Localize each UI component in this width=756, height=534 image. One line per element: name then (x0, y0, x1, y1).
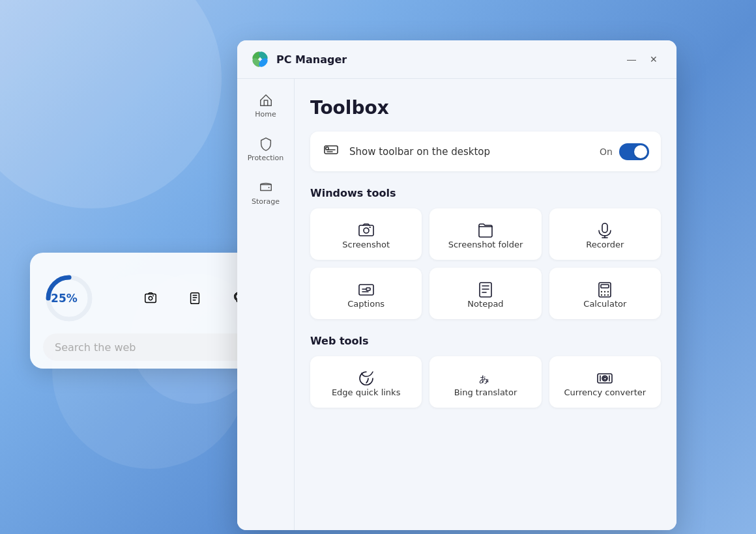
sidebar-protection-label: Protection (248, 154, 284, 162)
sidebar-item-home[interactable]: Home (242, 85, 289, 126)
svg-text:a: a (486, 376, 489, 384)
sidebar-storage-label: Storage (252, 197, 280, 206)
folder-icon (476, 221, 495, 240)
translator-icon: あ a (476, 369, 495, 387)
svg-rect-17 (326, 147, 328, 150)
tool-recorder-label: Recorder (586, 240, 624, 249)
tool-calculator[interactable]: Calculator (549, 268, 661, 319)
svg-rect-4 (191, 293, 199, 304)
tool-captions[interactable]: Captions (310, 268, 422, 319)
notepad-icon (476, 281, 495, 299)
tool-captions-label: Captions (347, 299, 385, 309)
tool-notepad[interactable]: Notepad (429, 268, 541, 319)
toggle-status: On (600, 147, 613, 157)
svg-rect-18 (359, 225, 373, 236)
tool-edge-label: Edge quick links (332, 387, 401, 397)
svg-point-33 (607, 291, 609, 292)
toolbar-notepad-btn[interactable] (182, 285, 208, 311)
tool-edge-quick-links[interactable]: Edge quick links (310, 356, 422, 408)
minimize-button[interactable]: — (622, 49, 641, 69)
close-button[interactable]: ✕ (644, 49, 663, 69)
tool-screenshot[interactable]: Screenshot (310, 208, 422, 260)
svg-rect-2 (145, 294, 156, 303)
currency-icon (596, 369, 614, 387)
tool-currency-converter[interactable]: Currency converter (549, 356, 661, 408)
main-area: Home Protection Storage Toolbox (237, 79, 676, 530)
web-tools-grid: Edge quick links あ a Bing translator (310, 356, 661, 408)
toolbar-toggle-icon (322, 141, 340, 162)
svg-point-3 (149, 296, 153, 300)
page-title: Toolbox (310, 97, 661, 119)
app-title: PC Manager (276, 53, 619, 66)
toolbar-screenshot-btn[interactable] (138, 285, 164, 311)
toggle-switch[interactable] (619, 143, 649, 160)
screenshot-icon (357, 221, 375, 240)
microphone-icon (596, 221, 614, 240)
svg-point-35 (604, 294, 605, 296)
home-icon (259, 93, 273, 107)
content-area: Toolbox Show toolbar on the desktop On W… (295, 79, 676, 530)
web-tools-title: Web tools (310, 335, 661, 347)
tool-screenshot-label: Screenshot (342, 240, 390, 249)
svg-point-32 (604, 291, 605, 292)
pc-manager-window: PC Manager — ✕ Home Protection (237, 40, 676, 530)
svg-rect-30 (601, 285, 609, 288)
windows-tools-title: Windows tools (310, 187, 661, 199)
progress-value: 25% (51, 292, 78, 305)
tool-calculator-label: Calculator (583, 299, 626, 309)
toolbar-toggle-row: Show toolbar on the desktop On (310, 132, 661, 171)
svg-rect-25 (480, 283, 491, 297)
tool-recorder[interactable]: Recorder (549, 208, 661, 260)
tool-translator-label: Bing translator (454, 387, 517, 397)
svg-point-34 (601, 294, 602, 296)
tool-screenshot-folder-label: Screenshot folder (448, 240, 523, 249)
windows-tools-grid: Screenshot Screenshot folder (310, 208, 661, 319)
svg-point-31 (601, 291, 602, 292)
sidebar-home-label: Home (255, 110, 276, 119)
title-bar: PC Manager — ✕ (237, 40, 676, 79)
tool-bing-translator[interactable]: あ a Bing translator (429, 356, 541, 408)
edge-icon (357, 369, 375, 387)
svg-rect-24 (366, 288, 370, 290)
tool-currency-label: Currency converter (564, 387, 647, 397)
sidebar-item-protection[interactable]: Protection (242, 129, 289, 170)
sidebar-item-storage[interactable]: Storage (242, 173, 289, 214)
captions-icon (357, 281, 375, 299)
toolbar-toggle-label: Show toolbar on the desktop (349, 146, 600, 158)
svg-point-19 (364, 228, 369, 233)
sidebar: Home Protection Storage (237, 79, 295, 530)
memory-usage-indicator: 25% (43, 272, 85, 324)
svg-rect-20 (602, 223, 607, 232)
svg-point-15 (268, 187, 269, 188)
storage-icon (259, 180, 273, 195)
svg-point-36 (607, 294, 609, 296)
tool-screenshot-folder[interactable]: Screenshot folder (429, 208, 541, 260)
app-logo (250, 49, 270, 69)
tool-notepad-label: Notepad (467, 299, 503, 309)
calculator-icon (596, 281, 614, 299)
shield-icon (259, 137, 273, 151)
